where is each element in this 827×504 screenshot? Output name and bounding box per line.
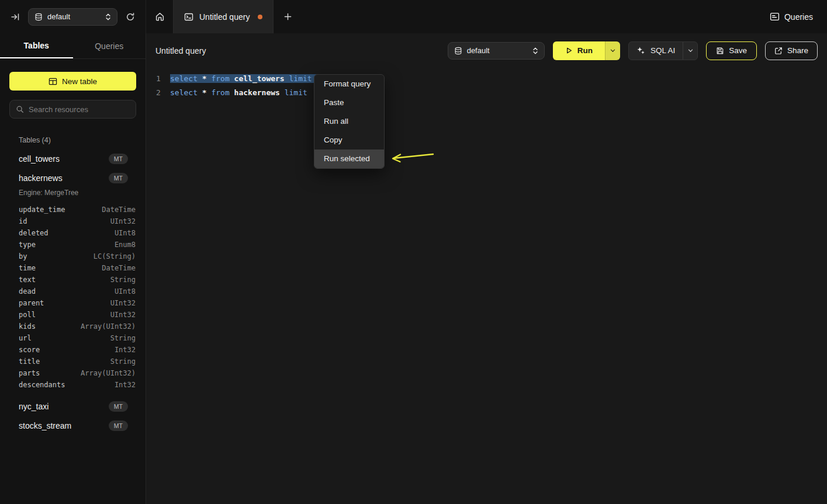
topbar-database-selector-value: default (47, 12, 101, 21)
refresh-button[interactable] (123, 10, 137, 24)
topbar-left-section: default (0, 0, 146, 33)
code-token-keyword: from (211, 88, 234, 97)
context-menu-item-copy[interactable]: Copy (314, 131, 384, 150)
column-name: poll (19, 311, 36, 319)
code-line: 2select * from hackernews limit (156, 85, 827, 99)
column-type: String (110, 276, 136, 284)
column-name: text (19, 276, 36, 284)
topbar-database-selector[interactable]: default (28, 8, 117, 26)
column-row[interactable]: idUInt32 (0, 215, 146, 227)
home-tab-button[interactable] (146, 0, 173, 33)
query-tab-icon (184, 12, 193, 22)
column-row[interactable]: titleString (0, 356, 146, 367)
table-row-nyc-taxi[interactable]: nyc_taxi MT (0, 397, 146, 416)
column-name: dead (19, 287, 36, 296)
engine-badge: MT (109, 173, 128, 183)
table-row-hackernews[interactable]: hackernews MT (0, 168, 146, 187)
share-button[interactable]: Share (765, 41, 818, 60)
column-name: title (19, 357, 40, 366)
unsaved-indicator-dot (258, 15, 262, 19)
code-token-keyword: from (211, 74, 234, 83)
column-row[interactable]: typeEnum8 (0, 239, 146, 251)
engine-label: Engine: MergeTree (0, 187, 146, 201)
sql-editor[interactable]: 1select * from cell_towers limit 1002sel… (146, 68, 827, 99)
column-row[interactable]: pollUInt32 (0, 309, 146, 321)
database-selector[interactable]: default (448, 42, 545, 60)
table-name: cell_towers (19, 154, 60, 164)
column-type: UInt32 (110, 217, 136, 225)
code-token-keyword: limit (289, 74, 317, 83)
new-tab-button[interactable] (274, 0, 302, 33)
sidebar-tab-tables[interactable]: Tables (0, 33, 73, 58)
column-row[interactable]: partsArray(UInt32) (0, 367, 146, 379)
column-type: Int32 (115, 381, 136, 389)
sql-ai-button-group: SQL AI (628, 41, 698, 60)
table-icon (49, 77, 57, 86)
save-button-label: Save (729, 46, 747, 55)
queries-button[interactable]: Queries (770, 12, 813, 22)
database-icon (34, 13, 43, 21)
query-actions: default Run SQL AI (448, 41, 818, 60)
query-title: Untitled query (155, 46, 206, 55)
search-resources-input[interactable] (29, 105, 130, 114)
column-row[interactable]: timeDateTime (0, 262, 146, 274)
code-token-keyword: select (170, 74, 202, 83)
sidebar-tabs: Tables Queries (0, 33, 146, 59)
sidebar: Tables Queries New table Tables (4) cell… (0, 33, 146, 504)
column-row[interactable]: textString (0, 274, 146, 286)
column-type: String (110, 357, 136, 366)
column-name: parent (19, 299, 44, 307)
tab-title: Untitled query (199, 12, 250, 22)
column-row[interactable]: deadUInt8 (0, 286, 146, 297)
column-type: DateTime (102, 264, 136, 272)
collapse-sidebar-button[interactable] (8, 10, 22, 24)
table-row-stocks-stream[interactable]: stocks_stream MT (0, 416, 146, 435)
save-button[interactable]: Save (706, 41, 757, 60)
column-type: UInt8 (115, 229, 136, 237)
engine-badge: MT (109, 420, 128, 431)
sql-ai-options-button[interactable] (683, 42, 697, 60)
column-row[interactable]: parentUInt32 (0, 297, 146, 309)
sidebar-tab-queries[interactable]: Queries (73, 33, 146, 58)
chevron-down-icon (610, 47, 616, 54)
queries-button-label: Queries (784, 12, 813, 22)
query-header: Untitled query default Run (146, 33, 827, 68)
column-row[interactable]: deletedUInt8 (0, 227, 146, 239)
code-line: 1select * from cell_towers limit 100 (156, 71, 827, 85)
database-icon (454, 47, 462, 55)
column-name: id (19, 217, 27, 225)
run-button-group: Run (553, 41, 620, 60)
annotation-arrow (387, 150, 436, 164)
home-icon (155, 12, 165, 22)
line-number: 2 (156, 88, 164, 97)
column-row[interactable]: byLC(String) (0, 251, 146, 262)
sql-ai-button[interactable]: SQL AI (629, 42, 683, 60)
column-row[interactable]: scoreInt32 (0, 344, 146, 356)
column-name: parts (19, 369, 40, 377)
new-table-button-label: New table (62, 77, 97, 86)
column-name: deleted (19, 229, 49, 237)
run-button[interactable]: Run (553, 41, 605, 60)
column-type: Array(UInt32) (81, 369, 136, 377)
column-row[interactable]: urlString (0, 332, 146, 344)
context-menu-item-format-query[interactable]: Format query (314, 75, 384, 93)
context-menu-item-run-selected[interactable]: Run selected (314, 150, 384, 168)
new-table-button[interactable]: New table (9, 72, 136, 91)
save-icon (716, 47, 724, 55)
context-menu-item-paste[interactable]: Paste (314, 93, 384, 112)
column-name: type (19, 241, 36, 249)
engine-badge: MT (109, 154, 128, 164)
column-row[interactable]: kidsArray(UInt32) (0, 321, 146, 332)
column-row[interactable]: descendantsInt32 (0, 379, 146, 391)
column-name: kids (19, 322, 36, 331)
column-type: DateTime (102, 206, 136, 214)
editor-lines: 1select * from cell_towers limit 1002sel… (156, 71, 827, 99)
tab-untitled-query[interactable]: Untitled query (173, 0, 274, 33)
column-type: Int32 (115, 346, 136, 354)
column-row[interactable]: update_timeDateTime (0, 204, 146, 215)
context-menu-item-run-all[interactable]: Run all (314, 112, 384, 131)
table-row-cell-towers[interactable]: cell_towers MT (0, 149, 146, 168)
column-name: time (19, 264, 36, 272)
topbar: default Untitled query Queries (0, 0, 827, 33)
run-options-button[interactable] (605, 41, 620, 60)
